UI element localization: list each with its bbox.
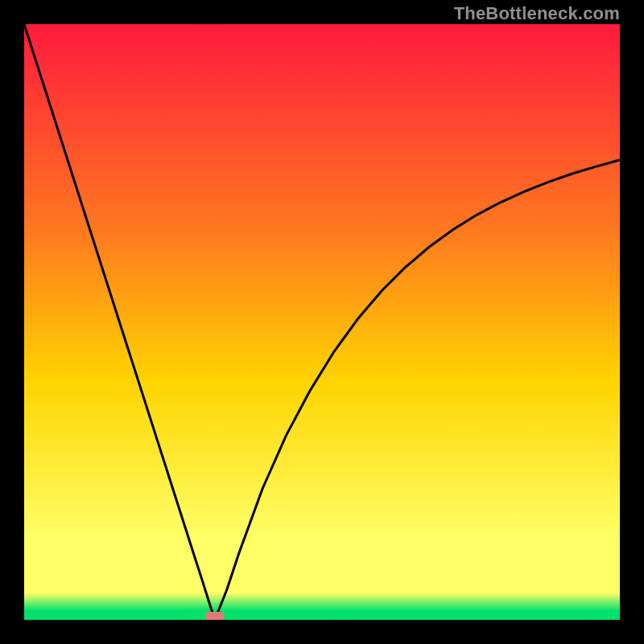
bottleneck-plot <box>24 24 620 620</box>
min-marker <box>205 612 225 620</box>
plot-background <box>24 24 620 620</box>
chart-frame: { "watermark": "TheBottleneck.com", "col… <box>0 0 644 644</box>
watermark-text: TheBottleneck.com <box>454 3 620 24</box>
